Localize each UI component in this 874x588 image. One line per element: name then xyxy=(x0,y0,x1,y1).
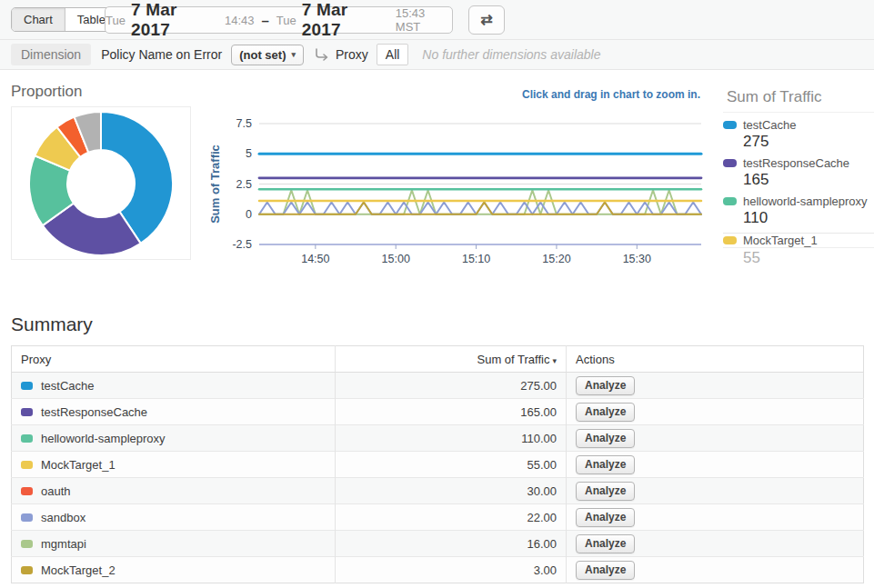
chart-view-button[interactable]: Chart xyxy=(12,8,65,31)
series-color-swatch xyxy=(723,236,737,244)
proxy-color-swatch xyxy=(21,540,33,548)
legend-items: testCache275testResponseCache165hellowor… xyxy=(723,118,874,267)
legend-series-value: 110 xyxy=(743,209,874,227)
traffic-cell: 165.00 xyxy=(336,399,567,425)
analyze-button[interactable]: Analyze xyxy=(576,482,635,501)
traffic-cell: 3.00 xyxy=(336,557,567,583)
proxy-cell: MockTarget_1 xyxy=(12,452,336,478)
proxy-color-swatch xyxy=(21,408,33,416)
legend-item[interactable]: MockTarget_155 xyxy=(723,233,874,267)
table-row: sandbox22.00Analyze xyxy=(12,504,864,531)
summary-section: Summary Proxy Sum of Traffic▾ Actions te… xyxy=(0,303,874,583)
start-day: Tue xyxy=(105,14,126,27)
proportion-donut-card xyxy=(11,106,191,260)
traffic-cell: 30.00 xyxy=(336,478,567,504)
no-dimensions-hint: No further dimensions available xyxy=(422,47,600,62)
chart-area: Proportion Click and drag in chart to zo… xyxy=(0,70,874,303)
proxy-cell: MockTarget_2 xyxy=(12,557,336,583)
legend-item[interactable]: helloworld-sampleproxy110 xyxy=(723,194,874,227)
sort-descending-icon: ▾ xyxy=(552,356,557,365)
end-date: 7 Mar 2017 xyxy=(302,0,390,40)
y-tick-label: 7.5 xyxy=(236,117,252,130)
refresh-icon: ⇄ xyxy=(480,12,492,27)
legend-item[interactable]: testResponseCache165 xyxy=(723,156,874,189)
proxy-color-swatch xyxy=(21,566,33,574)
traffic-cell: 22.00 xyxy=(336,504,567,531)
analyze-button[interactable]: Analyze xyxy=(576,455,635,474)
x-tick-label: 15:20 xyxy=(542,253,570,265)
legend-series-name: testCache xyxy=(743,118,797,132)
legend-series-value: 275 xyxy=(743,133,874,151)
proportion-donut-chart[interactable] xyxy=(27,110,175,257)
proxy-all-button[interactable]: All xyxy=(377,44,409,65)
table-row: testResponseCache165.00Analyze xyxy=(12,399,864,425)
end-day: Tue xyxy=(276,14,296,27)
traffic-line-chart[interactable]: 7.552.50-2.5Sum of Traffic14:5015:0015:1… xyxy=(207,101,706,275)
actions-cell: Analyze xyxy=(567,504,864,531)
proxy-color-swatch xyxy=(21,513,33,522)
traffic-cell: 16.00 xyxy=(336,531,567,557)
actions-cell: Analyze xyxy=(567,373,864,399)
traffic-cell: 55.00 xyxy=(336,452,567,478)
proxy-color-swatch xyxy=(21,461,33,469)
analyze-button[interactable]: Analyze xyxy=(576,403,635,422)
y-tick-label: 5 xyxy=(246,147,252,160)
proxy-dimension-label: Proxy xyxy=(336,47,368,62)
x-tick-label: 15:10 xyxy=(462,253,490,265)
proxy-cell: testResponseCache xyxy=(12,399,336,425)
table-row: MockTarget_23.00Analyze xyxy=(12,557,864,583)
x-tick-label: 15:30 xyxy=(623,253,651,265)
legend-series-value: 165 xyxy=(743,171,874,189)
traffic-cell: 110.00 xyxy=(336,425,567,452)
proportion-title: Proportion xyxy=(11,83,82,101)
y-tick-label: 2.5 xyxy=(236,178,252,191)
toolbar: Chart Table Tue 7 Mar 2017 14:43 – Tue 7… xyxy=(0,0,874,40)
analyze-button[interactable]: Analyze xyxy=(576,508,635,527)
proxy-color-swatch xyxy=(21,434,33,443)
traffic-cell: 275.00 xyxy=(336,373,567,399)
analyze-button[interactable]: Analyze xyxy=(576,534,635,553)
legend-title: Sum of Traffic xyxy=(723,86,874,113)
dimension-value: (not set) xyxy=(239,48,286,62)
series-color-swatch xyxy=(723,121,737,129)
start-time: 14:43 xyxy=(225,14,255,27)
dimension-name: Policy Name on Error xyxy=(101,47,222,62)
analyze-button[interactable]: Analyze xyxy=(576,376,635,395)
legend-series-name: MockTarget_1 xyxy=(743,234,818,247)
actions-cell: Analyze xyxy=(567,557,864,583)
actions-cell: Analyze xyxy=(567,425,864,452)
date-range-picker[interactable]: Tue 7 Mar 2017 14:43 – Tue 7 Mar 2017 15… xyxy=(105,6,453,34)
y-axis-title: Sum of Traffic xyxy=(208,145,222,224)
actions-cell: Analyze xyxy=(567,531,864,557)
legend-item[interactable]: testCache275 xyxy=(723,118,874,151)
analyze-button[interactable]: Analyze xyxy=(576,429,635,448)
column-header-proxy[interactable]: Proxy xyxy=(12,346,336,373)
view-toggle: Chart Table xyxy=(11,7,118,32)
actions-cell: Analyze xyxy=(567,399,864,425)
analyze-button[interactable]: Analyze xyxy=(576,561,635,580)
legend-series-name: helloworld-sampleproxy xyxy=(743,194,868,208)
sublevel-arrow-icon xyxy=(314,48,329,62)
y-tick-label: -2.5 xyxy=(232,238,252,251)
proxy-color-swatch xyxy=(21,382,33,390)
column-header-actions: Actions xyxy=(567,346,864,373)
table-row: MockTarget_155.00Analyze xyxy=(12,452,864,478)
proxy-cell: oauth xyxy=(12,478,336,504)
start-date: 7 Mar 2017 xyxy=(131,0,219,40)
actions-cell: Analyze xyxy=(567,478,864,504)
dimension-value-dropdown[interactable]: (not set) ▾ xyxy=(231,45,304,65)
refresh-button[interactable]: ⇄ xyxy=(468,5,505,35)
series-color-swatch xyxy=(723,159,737,167)
table-row: mgmtapi16.00Analyze xyxy=(12,531,864,557)
legend-series-name: testResponseCache xyxy=(743,156,849,170)
y-tick-label: 0 xyxy=(246,208,252,221)
chart-legend: Sum of Traffic testCache275testResponseC… xyxy=(723,86,874,267)
date-separator: – xyxy=(262,13,269,28)
end-time: 15:43 MST xyxy=(396,6,452,34)
proxy-cell: helloworld-sampleproxy xyxy=(12,425,336,452)
x-tick-label: 15:00 xyxy=(382,253,410,265)
series-color-swatch xyxy=(723,197,737,205)
column-header-traffic[interactable]: Sum of Traffic▾ xyxy=(336,346,567,373)
proxy-cell: sandbox xyxy=(12,504,336,531)
dimension-chip: Dimension xyxy=(11,44,91,65)
